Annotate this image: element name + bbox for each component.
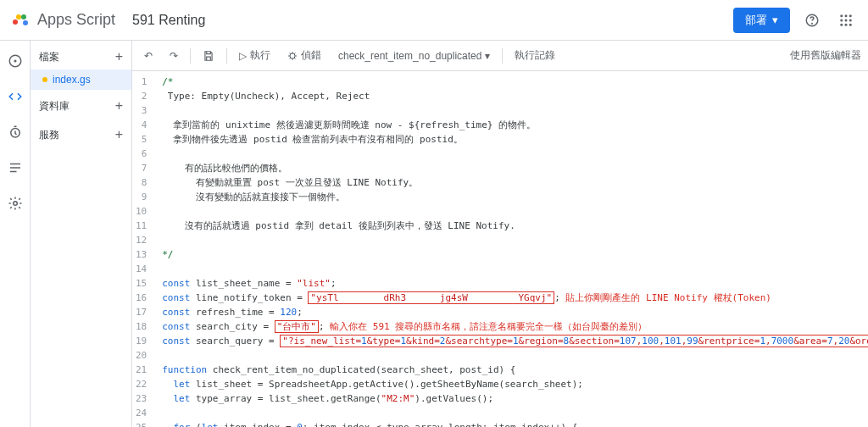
svg-point-7 bbox=[845, 14, 848, 17]
code-editor[interactable]: 1 2 3 4 5 6 7 8 9 10 11 12 13 14 15 16 1… bbox=[132, 71, 868, 427]
function-select[interactable]: check_rent_item_no_duplicated ▾ bbox=[333, 47, 495, 65]
rail-overview-icon[interactable] bbox=[3, 49, 27, 73]
svg-point-9 bbox=[840, 19, 843, 21]
add-service-button[interactable]: + bbox=[115, 127, 123, 142]
svg-point-10 bbox=[845, 19, 848, 21]
left-rail bbox=[0, 41, 31, 427]
editor-toolbar: ↶ ↷ ▷ 執行 偵錯 check_rent_item_no_duplicate… bbox=[132, 41, 868, 71]
brand-name: Apps Script bbox=[37, 11, 115, 29]
add-lib-button[interactable]: + bbox=[115, 98, 123, 114]
file-index-gs[interactable]: index.gs bbox=[31, 69, 131, 90]
add-file-button[interactable]: + bbox=[115, 49, 123, 64]
svg-point-1 bbox=[16, 14, 21, 19]
apps-grid-icon[interactable] bbox=[834, 8, 858, 32]
libs-section-header: 資料庫 + bbox=[31, 93, 131, 119]
svg-point-11 bbox=[849, 19, 852, 21]
svg-point-2 bbox=[21, 14, 26, 19]
rail-executions-icon[interactable] bbox=[3, 156, 27, 180]
legacy-editor-link[interactable]: 使用舊版編輯器 bbox=[790, 48, 861, 63]
svg-point-8 bbox=[849, 14, 852, 17]
editor-area: ↶ ↷ ▷ 執行 偵錯 check_rent_item_no_duplicate… bbox=[132, 41, 868, 427]
save-button[interactable] bbox=[198, 47, 220, 65]
rail-triggers-icon[interactable] bbox=[3, 120, 27, 144]
project-title[interactable]: 591 Renting bbox=[132, 13, 205, 28]
undo-button[interactable]: ↶ bbox=[139, 47, 158, 65]
services-section-header: 服務 + bbox=[31, 122, 131, 147]
redo-button[interactable]: ↷ bbox=[164, 47, 183, 65]
svg-point-5 bbox=[812, 23, 813, 24]
svg-point-6 bbox=[840, 14, 843, 17]
chevron-down-icon: ▾ bbox=[772, 14, 778, 26]
svg-point-14 bbox=[849, 23, 852, 25]
file-modified-dot-icon bbox=[42, 77, 47, 82]
svg-point-0 bbox=[13, 19, 18, 25]
svg-point-3 bbox=[23, 20, 28, 25]
svg-point-12 bbox=[840, 23, 843, 25]
svg-point-13 bbox=[845, 23, 848, 25]
apps-script-logo bbox=[10, 10, 31, 30]
main: 檔案 + index.gs 資料庫 + 服務 + ↶ ↷ bbox=[0, 41, 868, 427]
side-panel: 檔案 + index.gs 資料庫 + 服務 + bbox=[31, 41, 132, 427]
run-button[interactable]: ▷ 執行 bbox=[234, 45, 275, 66]
rail-settings-icon[interactable] bbox=[3, 191, 27, 215]
deploy-button[interactable]: 部署 ▾ bbox=[733, 8, 790, 33]
rail-editor-icon[interactable] bbox=[3, 85, 27, 108]
svg-point-16 bbox=[14, 60, 16, 62]
svg-point-18 bbox=[13, 202, 17, 206]
files-section-header: 檔案 + bbox=[31, 44, 131, 69]
code-content[interactable]: /* Type: Empty(Uncheck), Accept, Reject … bbox=[155, 71, 868, 427]
debug-button[interactable]: 偵錯 bbox=[282, 45, 326, 66]
execution-log-button[interactable]: 執行記錄 bbox=[509, 45, 560, 66]
line-gutter: 1 2 3 4 5 6 7 8 9 10 11 12 13 14 15 16 1… bbox=[132, 71, 155, 427]
app-header: Apps Script 591 Renting 部署 ▾ bbox=[0, 0, 868, 41]
help-icon[interactable] bbox=[800, 8, 824, 32]
